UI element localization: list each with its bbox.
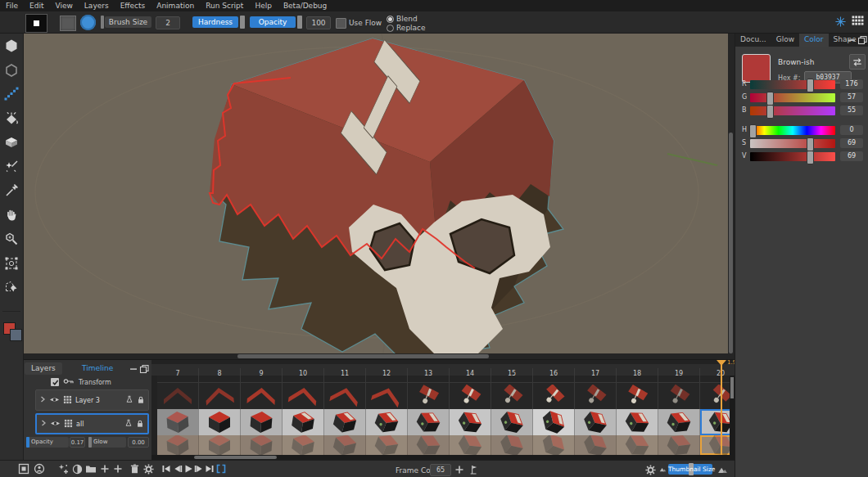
all-frame-18[interactable] bbox=[617, 409, 658, 435]
scrollbar-thumb[interactable] bbox=[730, 377, 734, 398]
ghost-frame-15[interactable] bbox=[491, 435, 533, 455]
scrollbar-thumb[interactable] bbox=[237, 354, 489, 358]
thumbnail-settings-button[interactable] bbox=[644, 463, 657, 476]
slider-value-g[interactable]: 57 bbox=[840, 92, 863, 102]
brush-size-button[interactable]: Brush Size bbox=[105, 16, 151, 28]
thumbnail-large-icon[interactable] bbox=[716, 463, 729, 476]
layer3-frame-9[interactable] bbox=[241, 383, 283, 409]
flask-icon[interactable] bbox=[125, 395, 133, 405]
layer3-frame-12[interactable] bbox=[366, 383, 408, 409]
interpolation-button[interactable] bbox=[70, 463, 84, 476]
all-frame-15[interactable] bbox=[491, 409, 533, 435]
slider-handle-r[interactable] bbox=[807, 79, 814, 92]
slider-track-g[interactable] bbox=[750, 93, 835, 102]
minimize-icon[interactable] bbox=[846, 34, 857, 45]
brush-size-value[interactable]: 2 bbox=[156, 16, 180, 29]
magic-wand-tool[interactable] bbox=[4, 160, 19, 175]
all-frame-14[interactable] bbox=[450, 409, 491, 435]
timeline-header[interactable]: 7891011121314151617181920 bbox=[151, 364, 735, 376]
add-keyframe-button[interactable] bbox=[57, 463, 70, 476]
delete-frame-button[interactable] bbox=[128, 463, 141, 476]
canvas-vertical-scrollbar[interactable] bbox=[728, 33, 735, 359]
brush-shape-button[interactable] bbox=[25, 14, 47, 33]
all-frame-7[interactable] bbox=[157, 409, 199, 435]
layer-glow-value[interactable]: 0.00 bbox=[128, 437, 149, 448]
keyframe-cell-13[interactable] bbox=[408, 376, 450, 383]
layer3-frame-7[interactable] bbox=[157, 383, 199, 409]
layer3-frame-16[interactable] bbox=[533, 383, 575, 409]
menu-file[interactable]: File bbox=[0, 0, 24, 11]
keyframe-cell-7[interactable] bbox=[157, 376, 199, 383]
keyframe-cell-8[interactable] bbox=[199, 376, 241, 383]
eyedropper-tool[interactable] bbox=[4, 184, 19, 199]
scrollbar-thumb[interactable] bbox=[194, 456, 277, 459]
keyframe-cell-14[interactable] bbox=[450, 376, 491, 383]
layer-row-all[interactable]: all bbox=[35, 413, 149, 434]
layer3-frame-15[interactable] bbox=[491, 383, 533, 409]
slider-track-h[interactable] bbox=[750, 126, 835, 135]
all-frame-8[interactable] bbox=[199, 409, 241, 435]
popout-icon[interactable] bbox=[857, 34, 867, 45]
transform-checkbox[interactable] bbox=[51, 378, 59, 386]
minimize-icon[interactable] bbox=[128, 363, 138, 374]
add-column-button[interactable] bbox=[111, 463, 124, 476]
slider-track-r[interactable] bbox=[750, 80, 835, 89]
ghost-frame-7[interactable] bbox=[157, 435, 199, 455]
frame-count-input[interactable]: 65 bbox=[430, 464, 451, 476]
add-frame-count-button[interactable] bbox=[453, 463, 466, 476]
tab-glow[interactable]: Glow bbox=[771, 33, 799, 47]
layer3-frame-19[interactable] bbox=[658, 383, 700, 409]
keyframe-cell-11[interactable] bbox=[324, 376, 366, 383]
ghost-frame-17[interactable] bbox=[575, 435, 617, 455]
opacity-value[interactable]: 100 bbox=[306, 16, 331, 29]
pan-tool[interactable] bbox=[4, 209, 19, 223]
ghost-frame-10[interactable] bbox=[283, 435, 324, 455]
thumbnail-small-icon[interactable] bbox=[656, 463, 669, 476]
slider-value-v[interactable]: 69 bbox=[840, 151, 863, 161]
voxel-tool[interactable] bbox=[4, 39, 19, 54]
insert-frame-button[interactable] bbox=[467, 463, 480, 476]
slider-track-v[interactable] bbox=[750, 152, 835, 161]
lock-icon[interactable] bbox=[137, 395, 145, 406]
playhead-line[interactable] bbox=[721, 364, 722, 455]
keyframe-cell-18[interactable] bbox=[617, 376, 658, 383]
opacity-button[interactable]: Opacity bbox=[250, 16, 296, 28]
blend-radio[interactable] bbox=[387, 16, 394, 23]
keyframe-cell-16[interactable] bbox=[533, 376, 575, 383]
all-frame-9[interactable] bbox=[241, 409, 283, 435]
menu-animation[interactable]: Animation bbox=[151, 0, 200, 11]
layer3-frame-13[interactable] bbox=[408, 383, 450, 409]
brush-texture-button[interactable] bbox=[60, 16, 76, 31]
replace-radio[interactable] bbox=[387, 25, 394, 32]
layer3-frame-11[interactable] bbox=[324, 383, 366, 409]
visibility-eye-icon[interactable] bbox=[50, 420, 61, 429]
menu-edit[interactable]: Edit bbox=[24, 0, 49, 11]
slider-handle-s[interactable] bbox=[807, 137, 814, 151]
render-style-icon[interactable] bbox=[834, 16, 848, 29]
rect-select-tool[interactable] bbox=[4, 257, 19, 272]
canvas-horizontal-scrollbar[interactable] bbox=[23, 353, 728, 359]
swap-colors-button[interactable] bbox=[849, 54, 866, 70]
box-tool[interactable] bbox=[4, 136, 19, 151]
layer3-frame-14[interactable] bbox=[450, 383, 491, 409]
orbit-view-button[interactable] bbox=[33, 463, 46, 476]
slider-handle-h[interactable] bbox=[749, 124, 757, 138]
slider-value-b[interactable]: 55 bbox=[840, 106, 863, 115]
ghost-frame-9[interactable] bbox=[241, 435, 283, 455]
erase-tool[interactable] bbox=[4, 64, 19, 79]
scrollbar-thumb[interactable] bbox=[729, 133, 733, 353]
add-frame-button[interactable] bbox=[98, 463, 111, 476]
menu-beta-debug[interactable]: Beta/Debug bbox=[278, 0, 332, 11]
layer-glow-button[interactable]: Glow bbox=[88, 437, 126, 448]
all-frame-12[interactable] bbox=[366, 409, 408, 435]
tab-timeline[interactable]: Timeline bbox=[75, 362, 120, 375]
timeline-settings-button[interactable] bbox=[142, 463, 155, 476]
current-color-swatch[interactable] bbox=[742, 54, 771, 83]
all-frame-19[interactable] bbox=[658, 409, 700, 435]
ghost-frame-13[interactable] bbox=[408, 435, 450, 455]
layer3-frame-10[interactable] bbox=[283, 383, 324, 409]
thumbnail-size-slider[interactable]: Thumbnail Size bbox=[668, 464, 712, 475]
slider-handle-v[interactable] bbox=[807, 151, 814, 164]
lasso-select-tool[interactable] bbox=[4, 281, 19, 295]
all-frame-10[interactable] bbox=[283, 409, 324, 435]
